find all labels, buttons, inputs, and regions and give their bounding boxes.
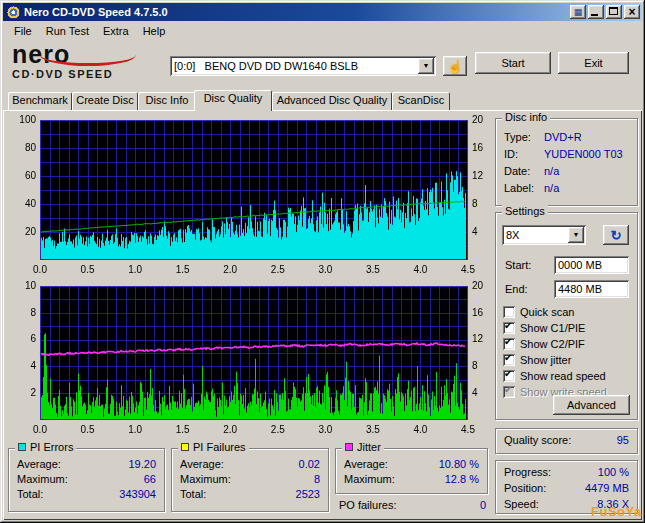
quality-score-value: 95 <box>617 429 629 452</box>
window-title: Nero CD-DVD Speed 4.7.5.0 <box>24 6 568 18</box>
checkbox-icon <box>503 322 515 334</box>
tab-disc-quality[interactable]: Disc Quality <box>194 90 272 111</box>
pif-total-label: Total: <box>180 487 296 502</box>
disc-type-label: Type: <box>504 129 544 146</box>
po-failures-value: 0 <box>480 499 486 511</box>
jitter-average-value: 10.80 % <box>439 457 479 472</box>
speed-select[interactable]: 8X ▼ <box>502 225 586 245</box>
start-position-input[interactable] <box>554 256 629 274</box>
checkbox-icon <box>503 354 515 366</box>
disc-label-label: Label: <box>504 180 544 197</box>
progress-value: 100 % <box>598 464 629 480</box>
pie-maximum-label: Maximum: <box>17 472 144 487</box>
position-label: Position: <box>504 480 585 496</box>
end-position-input[interactable] <box>554 280 629 298</box>
pie-total-value: 343904 <box>119 487 156 502</box>
menu-file[interactable]: File <box>7 23 39 39</box>
exit-button[interactable]: Exit <box>558 52 629 74</box>
disc-label-row: Label:n/a <box>496 180 637 197</box>
disc-date-label: Date: <box>504 163 544 180</box>
close-button[interactable]: × <box>624 5 640 19</box>
jitter-maximum-label: Maximum: <box>344 472 445 487</box>
chevron-down-icon[interactable]: ▼ <box>418 58 434 74</box>
menu-help[interactable]: Help <box>136 23 173 39</box>
tab-benchmark[interactable]: Benchmark <box>8 92 72 110</box>
advanced-button[interactable]: Advanced <box>553 395 630 415</box>
pie-average-label: Average: <box>17 457 128 472</box>
disc-type-value: DVD+R <box>544 129 582 146</box>
disc-info-group: Disc info Type:DVD+R ID:YUDEN000 T03 Dat… <box>495 118 638 206</box>
pif-maximum-label: Maximum: <box>180 472 314 487</box>
chevron-down-icon[interactable]: ▼ <box>568 227 584 243</box>
pi-failures-legend: PI Failures <box>178 441 249 453</box>
pif-maximum-value: 8 <box>314 472 320 487</box>
pie-total-label: Total: <box>17 487 119 502</box>
checkbox-show-read-speed[interactable]: Show read speed <box>503 369 606 383</box>
checkbox-icon <box>503 386 515 398</box>
pi-failures-chart <box>6 280 492 438</box>
start-button[interactable]: Start <box>475 52 551 74</box>
jitter-color-chip <box>345 443 353 451</box>
titlebar: Nero CD-DVD Speed 4.7.5.0 ▦ × <box>3 3 642 21</box>
po-failures-row: PO failures: 0 <box>339 499 486 511</box>
po-failures-label: PO failures: <box>339 499 480 511</box>
checkbox-show-c2-pif[interactable]: Show C2/PIF <box>503 337 585 351</box>
menu-extra[interactable]: Extra <box>96 23 136 39</box>
hand-icon: ☝ <box>447 59 463 74</box>
maximize-button[interactable] <box>606 5 622 19</box>
drive-select-value: [0:0] BENQ DVD DD DW1640 BSLB <box>170 60 418 72</box>
end-position-label: End: <box>505 283 528 295</box>
disc-date-value: n/a <box>544 163 559 180</box>
menu-bar: File Run Test Extra Help <box>3 22 642 40</box>
pi-errors-legend: PI Errors <box>15 441 76 453</box>
speed-select-value: 8X <box>502 229 568 241</box>
tab-disc-info[interactable]: Disc Info <box>138 92 196 110</box>
progress-label: Progress: <box>504 464 598 480</box>
pif-average-value: 0.02 <box>299 457 320 472</box>
disc-id-label: ID: <box>504 146 544 163</box>
nero-swoosh <box>40 44 136 66</box>
titlebar-extra-button[interactable]: ▦ <box>570 5 586 19</box>
pi-failures-color-chip <box>181 443 189 451</box>
checkbox-show-c1-pie[interactable]: Show C1/PIE <box>503 321 585 335</box>
minimize-button[interactable] <box>588 5 604 19</box>
checkbox-quick-scan[interactable]: Quick scan <box>503 305 574 319</box>
app-icon <box>7 6 20 19</box>
app-window: Nero CD-DVD Speed 4.7.5.0 ▦ × File Run T… <box>0 0 645 523</box>
watermark: FuSoYa <box>591 504 642 519</box>
speed-label: Speed: <box>504 496 597 512</box>
nero-product-name: CD·DVD SPEED <box>12 68 162 80</box>
menu-run-test[interactable]: Run Test <box>39 23 96 39</box>
disc-date-row: Date:n/a <box>496 163 637 180</box>
jitter-maximum-value: 12.8 % <box>445 472 479 487</box>
checkbox-icon <box>503 306 515 318</box>
pi-errors-chart <box>6 114 492 278</box>
pie-maximum-value: 66 <box>144 472 156 487</box>
disc-label-value: n/a <box>544 180 559 197</box>
grid-icon: ▦ <box>574 7 583 17</box>
tab-create-disc[interactable]: Create Disc <box>72 92 138 110</box>
disc-info-title: Disc info <box>502 111 550 123</box>
progress-row: Progress:100 % <box>496 464 637 480</box>
quality-score-label: Quality score: <box>504 429 617 452</box>
tab-advanced-disc-quality[interactable]: Advanced Disc Quality <box>272 92 392 110</box>
checkbox-icon <box>503 370 515 382</box>
eject-button[interactable]: ☝ <box>443 56 467 76</box>
disc-id-row: ID:YUDEN000 T03 <box>496 146 637 163</box>
maximize-icon <box>609 7 618 15</box>
position-value: 4479 MB <box>585 480 629 496</box>
refresh-icon: ↻ <box>611 228 622 243</box>
pie-average-value: 19.20 <box>128 457 156 472</box>
disc-id-value: YUDEN000 T03 <box>544 146 623 163</box>
pi-failures-stats-group: PI Failures Average:0.02 Maximum:8 Total… <box>171 448 329 512</box>
checkbox-show-jitter[interactable]: Show jitter <box>503 353 571 367</box>
refresh-button[interactable]: ↻ <box>603 225 629 245</box>
disc-type-row: Type:DVD+R <box>496 129 637 146</box>
drive-select[interactable]: [0:0] BENQ DVD DD DW1640 BSLB ▼ <box>170 56 436 76</box>
tab-scandisc[interactable]: ScanDisc <box>392 92 450 110</box>
settings-group: Settings 8X ▼ ↻ Start: End: Quick scan S… <box>495 212 638 420</box>
quality-score-group: Quality score: 95 <box>495 428 638 454</box>
jitter-legend: Jitter <box>342 441 384 453</box>
jitter-stats-group: Jitter Average:10.80 % Maximum:12.8 % <box>335 448 488 494</box>
settings-title: Settings <box>502 205 548 217</box>
